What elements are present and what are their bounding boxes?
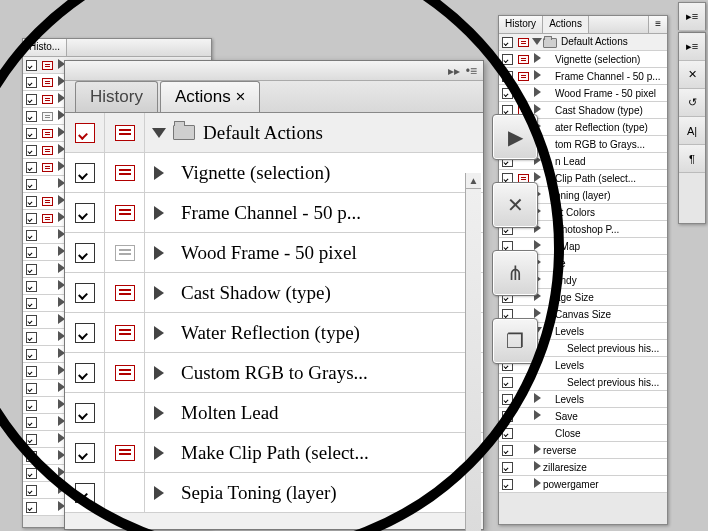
expand-arrow-icon[interactable] (154, 326, 164, 340)
toggle-checkbox[interactable] (26, 434, 37, 445)
action-row[interactable]: zillaresize (499, 459, 667, 476)
toggle-checkbox[interactable] (26, 247, 37, 258)
panel-menu-icon[interactable]: ≡ (648, 16, 667, 33)
char-icon[interactable]: A| (679, 117, 705, 145)
dialog-toggle-icon[interactable] (42, 146, 53, 155)
drag-handle-icon[interactable]: ▸▸ (448, 64, 460, 78)
expand-arrow-icon[interactable] (534, 410, 541, 420)
action-set-header[interactable]: Default Actions (65, 113, 483, 153)
dialog-toggle-icon[interactable] (115, 285, 135, 301)
toggle-checkbox[interactable] (26, 400, 37, 411)
dialog-toggle-icon[interactable] (42, 112, 53, 121)
toggle-checkbox[interactable] (26, 451, 37, 462)
toggle-checkbox[interactable] (502, 445, 513, 456)
expand-arrow-icon[interactable] (154, 286, 164, 300)
toggle-checkbox[interactable] (26, 196, 37, 207)
action-row[interactable]: Vignette (selection) (499, 51, 667, 68)
dialog-toggle-icon[interactable] (42, 197, 53, 206)
toggle-checkbox[interactable] (502, 394, 513, 405)
action-row[interactable]: Water Reflection (type) (65, 313, 483, 353)
action-row[interactable]: Frame Channel - 50 p... (65, 193, 483, 233)
panel-menu-icon[interactable]: •≡ (466, 64, 477, 78)
expand-arrow-icon[interactable] (534, 87, 541, 97)
collapse-arrow-icon[interactable] (152, 128, 166, 138)
action-row[interactable]: Custom RGB to Grays... (65, 353, 483, 393)
action-row[interactable]: reverse (499, 442, 667, 459)
para-icon[interactable]: ¶ (679, 145, 705, 173)
play-button[interactable]: ▶ (492, 114, 538, 160)
action-set-header[interactable]: Default Actions (499, 34, 667, 51)
toggle-checkbox[interactable] (75, 123, 95, 143)
toggle-checkbox[interactable] (75, 443, 95, 463)
toggle-checkbox[interactable] (75, 363, 95, 383)
dialog-toggle-icon[interactable] (115, 325, 135, 341)
dialog-toggle-icon[interactable] (115, 365, 135, 381)
layers-button[interactable]: ❐ (492, 318, 538, 364)
dialog-toggle-icon[interactable] (115, 205, 135, 221)
toggle-checkbox[interactable] (75, 403, 95, 423)
tab-history[interactable]: Histo... (23, 39, 67, 56)
toggle-checkbox[interactable] (75, 203, 95, 223)
toggle-checkbox[interactable] (26, 162, 37, 173)
history-icon[interactable]: ↺ (679, 89, 705, 117)
action-row[interactable]: Wood Frame - 50 pixel (65, 233, 483, 273)
menu-icon[interactable]: ▸≡ (679, 33, 705, 61)
action-row[interactable]: Make Clip Path (select... (65, 433, 483, 473)
toggle-checkbox[interactable] (26, 60, 37, 71)
expand-arrow-icon[interactable] (534, 70, 541, 80)
expand-arrow-icon[interactable] (154, 166, 164, 180)
toggle-checkbox[interactable] (26, 179, 37, 190)
toggle-checkbox[interactable] (26, 383, 37, 394)
expand-arrow-icon[interactable] (154, 446, 164, 460)
dialog-toggle-icon[interactable] (42, 129, 53, 138)
menu-icon[interactable]: ▸≡ (679, 3, 705, 31)
toggle-checkbox[interactable] (26, 128, 37, 139)
tab-actions[interactable]: Actions (543, 16, 589, 33)
tab-history[interactable]: History (499, 16, 543, 33)
toggle-checkbox[interactable] (26, 366, 37, 377)
dialog-toggle-icon[interactable] (115, 125, 135, 141)
action-row[interactable]: Close (499, 425, 667, 442)
toggle-checkbox[interactable] (26, 468, 37, 479)
toggle-checkbox[interactable] (502, 54, 513, 65)
crossed-tools-icon[interactable]: ✕ (679, 61, 705, 89)
toggle-checkbox[interactable] (502, 462, 513, 473)
toggle-checkbox[interactable] (26, 213, 37, 224)
toggle-checkbox[interactable] (502, 428, 513, 439)
expand-arrow-icon[interactable] (534, 53, 541, 63)
dialog-toggle-icon[interactable] (115, 445, 135, 461)
expand-arrow-icon[interactable] (534, 104, 541, 114)
dialog-toggle-icon[interactable] (42, 61, 53, 70)
toggle-checkbox[interactable] (75, 163, 95, 183)
expand-arrow-icon[interactable] (534, 461, 541, 471)
expand-arrow-icon[interactable] (154, 406, 164, 420)
toggle-checkbox[interactable] (75, 283, 95, 303)
action-row[interactable]: Molten Lead (65, 393, 483, 433)
dialog-toggle-icon[interactable] (42, 214, 53, 223)
action-row[interactable]: Cast Shadow (type) (65, 273, 483, 313)
toggle-checkbox[interactable] (26, 111, 37, 122)
dialog-toggle-icon[interactable] (42, 163, 53, 172)
toggle-checkbox[interactable] (75, 243, 95, 263)
brushes-button[interactable]: ⋔ (492, 250, 538, 296)
toggle-checkbox[interactable] (75, 323, 95, 343)
tools-button[interactable]: ✕ (492, 182, 538, 228)
dialog-toggle-icon[interactable] (42, 78, 53, 87)
expand-arrow-icon[interactable] (534, 393, 541, 403)
toggle-checkbox[interactable] (502, 37, 513, 48)
toggle-checkbox[interactable] (26, 281, 37, 292)
action-row[interactable]: Sepia Toning (layer) (65, 473, 483, 513)
toggle-checkbox[interactable] (26, 94, 37, 105)
toggle-checkbox[interactable] (75, 483, 95, 503)
scrollbar[interactable]: ▲ ▼ (465, 173, 481, 531)
toggle-checkbox[interactable] (26, 315, 37, 326)
toggle-checkbox[interactable] (26, 145, 37, 156)
expand-arrow-icon[interactable] (154, 366, 164, 380)
dialog-toggle-icon[interactable] (518, 38, 529, 47)
expand-arrow-icon[interactable] (534, 444, 541, 454)
expand-arrow-icon[interactable] (154, 486, 164, 500)
action-row[interactable]: Wood Frame - 50 pixel (499, 85, 667, 102)
dialog-toggle-icon[interactable] (518, 72, 529, 81)
toggle-checkbox[interactable] (502, 479, 513, 490)
action-row[interactable]: Frame Channel - 50 p... (499, 68, 667, 85)
